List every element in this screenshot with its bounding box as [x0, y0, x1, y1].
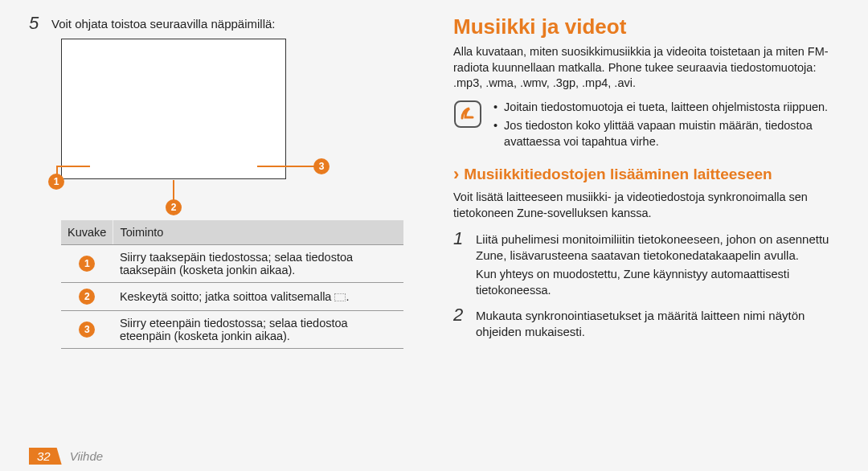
step-1: 1 Liitä puhelimesi monitoimiliitin tieto…	[453, 230, 839, 264]
section-title: Musiikki ja videot	[453, 14, 839, 39]
step-number: 1	[453, 230, 468, 248]
chapter-name: Viihde	[70, 449, 103, 463]
table-row: 3 Siirry eteenpäin tiedostossa; selaa ti…	[61, 311, 403, 349]
row3-text: Siirry eteenpäin tiedostossa; selaa tied…	[113, 311, 403, 349]
callout-2-icon: 2	[166, 199, 182, 215]
playback-diagram: 1 2 3	[61, 39, 334, 209]
note-block: • Joitain tiedostomuotoja ei tueta, lait…	[453, 100, 839, 154]
step-text: Voit ohjata toistoa seuraavilla näppäimi…	[51, 14, 276, 32]
note-text: Jos tiedoston koko ylittää vapaan muisti…	[504, 118, 839, 149]
video-area	[61, 39, 286, 179]
row1-text: Siirry taaksepäin tiedostossa; selaa tie…	[113, 245, 403, 283]
play-icon	[334, 293, 346, 301]
note-item: • Joitain tiedostomuotoja ei tueta, lait…	[493, 100, 839, 116]
page-footer: 32 Viihde	[29, 448, 103, 465]
step-text: Liitä puhelimesi monitoimiliitin tietoko…	[476, 230, 839, 264]
intro-paragraph: Alla kuvataan, miten suosikkimusiikkia j…	[453, 44, 839, 92]
subsection-title: Musiikkitiedostojen lisääminen laitteese…	[464, 166, 772, 183]
chevron-right-icon: ›	[453, 164, 459, 185]
row-badge-2-icon: 2	[79, 289, 95, 305]
bullet-icon: •	[493, 100, 497, 116]
table-header-row: Kuvake Toiminto	[61, 220, 403, 245]
step-2: 2 Mukauta synkronointiasetukset ja määri…	[453, 306, 839, 341]
subsection-heading: › Musiikkitiedostojen lisääminen laittee…	[453, 164, 839, 185]
svg-rect-0	[455, 101, 481, 127]
row-badge-1-icon: 1	[79, 256, 95, 272]
controls-table: Kuvake Toiminto 1 Siirry taaksepäin tied…	[61, 220, 403, 349]
th-icon: Kuvake	[61, 220, 113, 245]
step-text: Mukauta synkronointiasetukset ja määritä…	[476, 306, 839, 341]
table-row: 2 Keskeytä soitto; jatka soittoa valitse…	[61, 283, 403, 311]
table-row: 1 Siirry taaksepäin tiedostossa; selaa t…	[61, 245, 403, 283]
step-number: 2	[453, 306, 468, 324]
note-text: Joitain tiedostomuotoja ei tueta, laitte…	[504, 100, 828, 116]
note-icon	[453, 100, 482, 129]
row2-text: Keskeytä soitto; jatka soittoa valitsema…	[113, 283, 403, 311]
th-fn: Toiminto	[113, 220, 403, 245]
step-number: 5	[29, 14, 43, 32]
callout-3-icon: 3	[313, 158, 330, 174]
row-badge-3-icon: 3	[79, 322, 95, 338]
note-item: • Jos tiedoston koko ylittää vapaan muis…	[493, 118, 839, 149]
page-number: 32	[29, 448, 62, 465]
bullet-icon: •	[493, 118, 497, 149]
sub-intro: Voit lisätä laitteeseen musiikki- ja vid…	[453, 190, 839, 221]
step-5: 5 Voit ohjata toistoa seuraavilla näppäi…	[29, 14, 415, 32]
step-1-cont: Kun yhteys on muodostettu, Zune käynnist…	[476, 267, 839, 298]
callout-1-icon: 1	[48, 174, 64, 190]
